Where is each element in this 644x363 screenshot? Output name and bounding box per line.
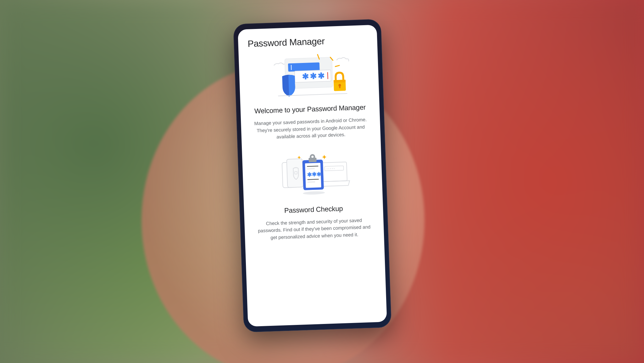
welcome-heading: Welcome to your Password Manager <box>250 103 370 115</box>
svg-rect-19 <box>321 162 347 181</box>
svg-text:✱: ✱ <box>310 71 317 81</box>
svg-text:✱✱✱: ✱✱✱ <box>307 171 322 178</box>
page-title: Password Manager <box>247 34 368 49</box>
svg-rect-4 <box>288 62 320 71</box>
checkup-body: Check the strength and security of your … <box>254 216 375 241</box>
welcome-illustration: ✱ ✱ ✱ <box>248 51 370 99</box>
checkup-illustration: • • • • • ✱✱✱ <box>252 148 373 199</box>
svg-rect-17 <box>286 158 303 187</box>
svg-text:• • • • •: • • • • • <box>326 167 335 170</box>
svg-point-32 <box>303 191 325 195</box>
svg-rect-14 <box>339 85 340 88</box>
svg-line-5 <box>291 65 291 70</box>
checkup-heading: Password Checkup <box>253 203 374 215</box>
svg-point-26 <box>311 155 314 158</box>
svg-text:✱: ✱ <box>302 71 309 81</box>
password-manager-screen[interactable]: Password Manager ✱ ✱ ✱ <box>238 25 387 326</box>
svg-text:✱: ✱ <box>318 71 325 81</box>
svg-line-10 <box>328 72 328 79</box>
welcome-body: Manage your saved passwords in Android o… <box>250 116 371 141</box>
svg-line-3 <box>335 65 339 66</box>
phone-device: Password Manager ✱ ✱ ✱ <box>233 19 391 332</box>
